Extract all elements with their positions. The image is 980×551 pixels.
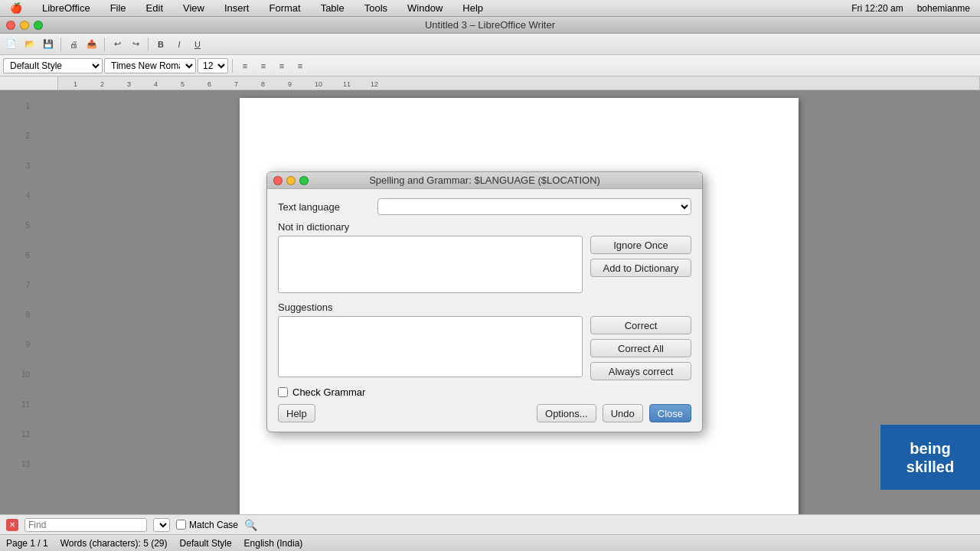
suggestions-container	[278, 316, 583, 380]
options-button[interactable]: Options...	[537, 404, 596, 422]
window-controls	[6, 21, 43, 30]
help-button[interactable]: Help	[278, 404, 315, 422]
ruler-mark-5: 5	[181, 80, 185, 88]
dialog-title: Spelling and Grammar: $LANGUAGE ($LOCATI…	[369, 174, 600, 186]
bottom-right-buttons: Options... Undo Close	[537, 404, 691, 422]
dialog-window-controls	[273, 176, 309, 185]
dialog-close-btn[interactable]	[273, 176, 283, 185]
find-input[interactable]	[24, 518, 147, 532]
mac-menubar: 🍎 LibreOffice File Edit View Insert Form…	[0, 0, 980, 17]
menu-window[interactable]: Window	[403, 2, 446, 15]
suggestions-section: Suggestions Correct Correct All Always c…	[278, 302, 691, 380]
underline-btn[interactable]: U	[189, 36, 206, 53]
find-close-button[interactable]: ✕	[6, 519, 18, 531]
lo-window: Untitled 3 – LibreOffice Writer 📄 📂 💾 🖨 …	[0, 17, 980, 551]
line-6: 6	[26, 251, 31, 259]
align-justify-btn[interactable]: ≡	[292, 57, 309, 74]
toolbar-2: Default Style Times New Roman 12 ≡ ≡ ≡ ≡	[0, 55, 980, 77]
separator-1	[60, 37, 61, 51]
check-grammar-checkbox[interactable]	[278, 387, 288, 397]
minimize-button[interactable]	[20, 21, 29, 30]
menu-view[interactable]: View	[179, 2, 208, 15]
sidebar-left: 1 2 3 4 5 6 7 8 9 10 11 12 13	[0, 90, 57, 534]
menu-tools[interactable]: Tools	[361, 2, 391, 15]
ignore-btn-group: Ignore Once Add to Dictionary	[590, 236, 691, 295]
menubar-right: Fri 12:20 am bohemianme	[848, 2, 974, 15]
ruler-mark-9: 9	[288, 80, 292, 88]
menu-insert[interactable]: Insert	[220, 2, 253, 15]
menu-file[interactable]: File	[106, 2, 130, 15]
ruler-mark-2: 2	[100, 80, 104, 88]
menu-edit[interactable]: Edit	[142, 2, 167, 15]
maximize-button[interactable]	[34, 21, 43, 30]
ignore-once-button[interactable]: Ignore Once	[590, 236, 691, 254]
always-correct-button[interactable]: Always correct	[590, 362, 691, 380]
line-9: 9	[26, 341, 31, 349]
italic-btn[interactable]: I	[171, 36, 188, 53]
menu-help[interactable]: Help	[459, 2, 487, 15]
font-dropdown[interactable]: Times New Roman	[104, 58, 196, 73]
menu-table[interactable]: Table	[317, 2, 348, 15]
ruler-mark-7: 7	[234, 80, 238, 88]
undo-button[interactable]: Undo	[603, 404, 643, 422]
being-skilled-badge: being skilled	[880, 425, 980, 490]
match-case-label: Match Case	[176, 520, 238, 530]
bold-btn[interactable]: B	[152, 36, 169, 53]
lo-titlebar: Untitled 3 – LibreOffice Writer	[0, 17, 980, 34]
menu-format[interactable]: Format	[265, 2, 304, 15]
export-btn[interactable]: 📤	[83, 36, 100, 53]
ruler-mark-11: 11	[343, 80, 351, 88]
not-in-dict-section: Not in dictionary Ignore Once Add to Dic…	[278, 221, 691, 295]
match-case-text: Match Case	[189, 520, 238, 530]
align-left-btn[interactable]: ≡	[237, 57, 253, 74]
ruler-mark-4: 4	[154, 80, 158, 88]
not-in-dict-row: Ignore Once Add to Dictionary	[278, 236, 691, 295]
size-dropdown[interactable]: 12	[198, 58, 228, 73]
apple-menu[interactable]: 🍎	[6, 2, 26, 15]
dialog-maximize-btn[interactable]	[299, 176, 309, 185]
close-button[interactable]	[6, 21, 15, 30]
ruler-mark-6: 6	[207, 80, 211, 88]
suggestions-row: Correct Correct All Always correct	[278, 316, 691, 380]
close-dialog-button[interactable]: Close	[649, 404, 691, 422]
style-dropdown[interactable]: Default Style	[3, 58, 103, 73]
language-info: English (India)	[244, 538, 303, 549]
match-case-checkbox[interactable]	[176, 520, 186, 530]
correct-all-button[interactable]: Correct All	[590, 339, 691, 357]
statusbar: Page 1 / 1 Words (characters): 5 (29) De…	[0, 534, 980, 551]
text-language-row: Text language	[278, 198, 691, 215]
align-right-btn[interactable]: ≡	[273, 57, 290, 74]
find-search-icon[interactable]: 🔍	[244, 519, 257, 531]
redo-toolbar-btn[interactable]: ↪	[127, 36, 144, 53]
ruler-mark-10: 10	[315, 80, 322, 88]
dialog-titlebar: Spelling and Grammar: $LANGUAGE ($LOCATI…	[267, 172, 702, 189]
save-btn[interactable]: 💾	[40, 36, 57, 53]
suggestions-label: Suggestions	[278, 302, 691, 313]
being-skilled-text: being skilled	[906, 439, 954, 476]
suggestions-textarea[interactable]	[278, 316, 583, 377]
new-btn[interactable]: 📄	[3, 36, 20, 53]
menu-libreoffice[interactable]: LibreOffice	[38, 2, 94, 15]
undo-toolbar-btn[interactable]: ↩	[109, 36, 126, 53]
line-numbers: 1 2 3 4 5 6 7 8 9 10 11 12 13	[21, 98, 36, 468]
ruler: 1 2 3 4 5 6 7 8 9 10 11 12	[0, 77, 980, 90]
add-to-dictionary-button[interactable]: Add to Dictionary	[590, 259, 691, 277]
open-btn[interactable]: 📂	[21, 36, 38, 53]
line-4: 4	[26, 191, 31, 200]
correct-btn-group: Correct Correct All Always correct	[590, 316, 691, 380]
bottom-btn-row: Help Options... Undo Close	[278, 404, 691, 422]
print-btn[interactable]: 🖨	[65, 36, 82, 53]
not-in-dict-textarea[interactable]	[278, 236, 583, 293]
separator-4	[232, 59, 233, 73]
correct-button[interactable]: Correct	[590, 316, 691, 334]
line-2: 2	[26, 132, 31, 140]
line-1: 1	[26, 102, 31, 110]
align-center-btn[interactable]: ≡	[255, 57, 272, 74]
find-dropdown[interactable]	[153, 518, 170, 532]
line-5: 5	[26, 221, 31, 230]
user-display: bohemianme	[913, 2, 974, 15]
spelling-dialog: Spelling and Grammar: $LANGUAGE ($LOCATI…	[266, 171, 703, 432]
line-7: 7	[26, 281, 31, 289]
dialog-minimize-btn[interactable]	[286, 176, 296, 185]
language-dropdown[interactable]	[377, 198, 691, 215]
